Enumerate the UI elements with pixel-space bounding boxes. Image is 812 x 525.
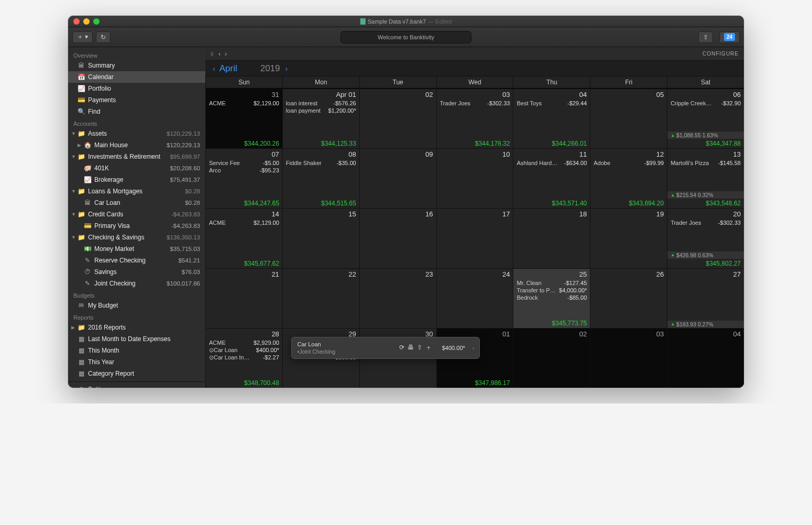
transaction-row[interactable]: ACME$2,129.00 bbox=[209, 219, 279, 226]
calendar-badge-button[interactable]: 24 bbox=[719, 31, 740, 43]
transaction-row[interactable]: ACME$2,929.00 bbox=[209, 339, 279, 346]
calendar-cell[interactable]: 19 bbox=[590, 208, 667, 268]
sidebar-item-joint-checking[interactable]: ✎ Joint Checking $100,017.86 bbox=[68, 278, 205, 289]
nav-forward-button[interactable]: › bbox=[223, 50, 229, 58]
calendar-cell[interactable]: 21 bbox=[205, 268, 282, 328]
transaction-row[interactable]: loan payment$1,200.00* bbox=[286, 107, 356, 114]
calendar-cell[interactable]: 11Ashland Hardware-$634.00$343,571.40 bbox=[513, 148, 590, 208]
sidebar-item-car-loan[interactable]: 🏛 Car Loan $0.28 bbox=[68, 197, 205, 209]
disclosure-icon[interactable]: ▼ bbox=[71, 233, 76, 242]
sidebar-item-this-month[interactable]: ▦ This Month bbox=[68, 345, 205, 356]
sidebar-item-calendar[interactable]: 📅 Calendar bbox=[68, 71, 205, 83]
prev-month-button[interactable]: ‹ bbox=[211, 64, 217, 73]
sidebar-item-loans-mortgages[interactable]: ▼ 📁 Loans & Mortgages $0.28 bbox=[68, 185, 205, 197]
sidebar-item-credit-cards[interactable]: ▼ 📁 Credit Cards -$4,263.83 bbox=[68, 209, 205, 220]
calendar-cell[interactable]: 08Fiddle Shaker-$35.00$344,515.65 bbox=[282, 148, 359, 208]
transaction-row[interactable]: Ashland Hardware-$634.00 bbox=[517, 159, 587, 167]
sidebar-item-reserve-checking[interactable]: ✎ Reserve Checking $541.21 bbox=[68, 255, 205, 266]
calendar-cell[interactable]: Apr 01loan interest-$576.26loan payment$… bbox=[282, 89, 359, 148]
minimize-icon[interactable] bbox=[83, 18, 90, 25]
plus-icon[interactable]: ＋ bbox=[425, 344, 435, 351]
share-button[interactable]: ⇪ bbox=[698, 31, 713, 43]
year-label[interactable]: 2019 bbox=[260, 63, 280, 74]
zoom-icon[interactable] bbox=[93, 18, 100, 25]
calendar-cell[interactable]: 12Adobe-$99.99$343,694.20 bbox=[590, 148, 667, 208]
transaction-row[interactable]: Arco-$95.23 bbox=[209, 167, 279, 174]
calendar-cell[interactable]: 23 bbox=[359, 268, 436, 328]
sidebar-item-brokerage[interactable]: 📈 Brokerage $75,491.37 bbox=[68, 174, 205, 185]
transaction-row[interactable]: Best Toys-$29.44 bbox=[517, 100, 587, 107]
calendar-cell[interactable]: 16 bbox=[359, 208, 436, 268]
sidebar-item-assets[interactable]: ▼ 📁 Assets $120,229.13 bbox=[68, 128, 205, 139]
panel-toggle-icon[interactable]: ⫴ bbox=[211, 50, 216, 58]
calendar-cell[interactable]: 27▲$183.93 0.27% bbox=[667, 268, 744, 328]
calendar-cell[interactable]: 02 bbox=[513, 328, 590, 388]
calendar-cell[interactable]: 04 bbox=[667, 328, 744, 388]
transaction-row[interactable]: ACME$2,129.00 bbox=[209, 100, 279, 107]
transaction-row[interactable]: ⊙Car Loan$400.00* bbox=[209, 346, 279, 354]
sidebar-item-401k[interactable]: 🐖 401K $20,208.60 bbox=[68, 162, 205, 174]
transaction-row[interactable]: Cripple Creek Mu…-$32.90 bbox=[671, 100, 741, 107]
print-icon[interactable]: 🖶 bbox=[408, 344, 417, 351]
sidebar-item-portfolio[interactable]: 📈 Portfolio bbox=[68, 83, 205, 94]
settings-button[interactable]: ⚙Settings bbox=[68, 381, 205, 388]
sidebar-item-this-year[interactable]: ▦ This Year bbox=[68, 356, 205, 368]
sidebar-item-savings[interactable]: ⏱ Savings $76.03 bbox=[68, 266, 205, 278]
disclosure-icon[interactable]: ▶ bbox=[78, 141, 83, 149]
calendar-cell[interactable]: 25Mr. Clean-$127.45Transfer to Pri…$4,00… bbox=[513, 268, 590, 328]
sidebar-item-money-market[interactable]: 💵 Money Market $35,715.03 bbox=[68, 243, 205, 255]
sidebar-item-summary[interactable]: 🏛 Summary bbox=[68, 60, 205, 71]
disclosure-icon[interactable]: ▶ bbox=[71, 323, 76, 332]
transaction-row[interactable]: loan interest-$576.26 bbox=[286, 100, 356, 107]
sidebar-item-find[interactable]: 🔍 Find bbox=[68, 106, 205, 117]
calendar-cell[interactable]: 06Cripple Creek Mu…-$32.90▲$1,088.55 1.6… bbox=[667, 89, 744, 148]
calendar-cell[interactable]: 26 bbox=[590, 268, 667, 328]
sidebar-item-payments[interactable]: 💳 Payments bbox=[68, 94, 205, 106]
transaction-row[interactable]: Martolli's Pizza-$145.58 bbox=[671, 159, 741, 167]
calendar-cell[interactable]: 24 bbox=[436, 268, 513, 328]
nav-back-button[interactable]: ‹ bbox=[216, 50, 223, 58]
transaction-row[interactable]: ⊙Car Loan Interest-$2.27 bbox=[209, 354, 279, 361]
calendar-cell[interactable]: 04Best Toys-$29.44$344,266.01 bbox=[513, 89, 590, 148]
transaction-row[interactable]: Trader Joes-$302.33 bbox=[440, 100, 510, 107]
sidebar-item-checking-savings[interactable]: ▼ 📁 Checking & Savings $136,350.13 bbox=[68, 232, 205, 243]
transaction-row[interactable]: Fiddle Shaker-$35.00 bbox=[286, 159, 356, 167]
calendar-cell[interactable]: 03Trader Joes-$302.33$344,178.32 bbox=[436, 89, 513, 148]
calendar-cell[interactable]: 18 bbox=[513, 208, 590, 268]
sidebar-item-primary-visa[interactable]: 💳 Primary Visa -$4,263.83 bbox=[68, 220, 205, 232]
sidebar-item-my-budget[interactable]: ✉ My Budget bbox=[68, 300, 205, 311]
next-month-button[interactable]: › bbox=[283, 64, 290, 73]
calendar-cell[interactable]: 10 bbox=[436, 148, 513, 208]
calendar-cell[interactable]: 20Trader Joes-$302.33▲$426.98 0.63%$345,… bbox=[667, 208, 744, 268]
calendar-cell[interactable]: 07Service Fee-$5.00Arco-$95.23$344,247.6… bbox=[205, 148, 282, 208]
calendar-cell[interactable]: 13Martolli's Pizza-$145.58▲$215.54 0.32%… bbox=[667, 148, 744, 208]
calendar-cell[interactable]: 02 bbox=[359, 89, 436, 148]
transaction-row[interactable]: Transfer to Pri…$4,000.00* bbox=[517, 287, 587, 294]
configure-button[interactable]: CONFIGURE bbox=[703, 51, 739, 57]
calendar-cell[interactable]: 03 bbox=[590, 328, 667, 388]
calendar-cell[interactable]: 31ACME$2,129.00$344,200.26 bbox=[205, 89, 282, 148]
calendar-cell[interactable]: 28ACME$2,929.00⊙Car Loan$400.00*⊙Car Loa… bbox=[205, 328, 282, 388]
refresh-button[interactable]: ↻ bbox=[96, 31, 111, 43]
calendar-cell[interactable]: 22 bbox=[282, 268, 359, 328]
transaction-row[interactable]: Trader Joes-$302.33 bbox=[671, 219, 741, 226]
recur-icon[interactable]: ⟳ bbox=[399, 344, 408, 351]
transaction-row[interactable]: Adobe-$99.99 bbox=[594, 159, 664, 167]
close-icon[interactable] bbox=[73, 18, 80, 25]
disclosure-icon[interactable]: ▼ bbox=[71, 210, 76, 218]
calendar-cell[interactable]: 14ACME$2,129.00$345,677.62 bbox=[205, 208, 282, 268]
transaction-row[interactable]: Mr. Clean-$127.45 bbox=[517, 279, 587, 287]
sidebar-item-last-month-to-date-expenses[interactable]: ▦ Last Month to Date Expenses bbox=[68, 333, 205, 345]
disclosure-icon[interactable]: ▼ bbox=[71, 187, 76, 195]
calendar-cell[interactable]: 09 bbox=[359, 148, 436, 208]
transaction-row[interactable]: Bedrock-$85.00 bbox=[517, 294, 587, 301]
sidebar-item-investments-retirement[interactable]: ▼ 📁 Investments & Retirement $95,699.97 bbox=[68, 151, 205, 162]
sidebar-item-2016-reports[interactable]: ▶ 📁 2016 Reports bbox=[68, 322, 205, 333]
upload-icon[interactable]: ⇪ bbox=[417, 344, 425, 351]
calendar-cell[interactable]: 15 bbox=[282, 208, 359, 268]
chevron-right-icon[interactable]: › bbox=[473, 345, 475, 351]
calendar-cell[interactable]: 17 bbox=[436, 208, 513, 268]
transaction-popover[interactable]: Car Loan•Joint Checking ⟳🖶⇪＋ $400.00* › bbox=[291, 337, 480, 359]
disclosure-icon[interactable]: ▼ bbox=[71, 152, 76, 161]
sidebar-item-main-house[interactable]: ▶ 🏠 Main House $120,229.13 bbox=[68, 139, 205, 151]
